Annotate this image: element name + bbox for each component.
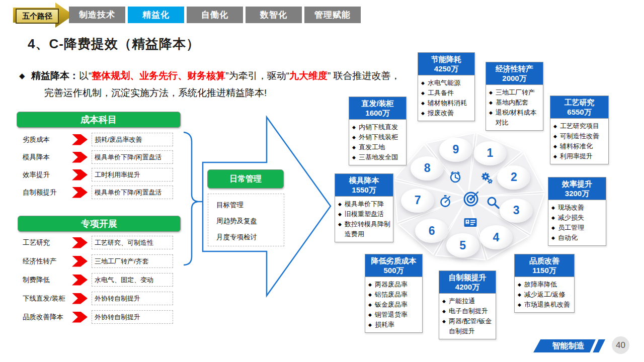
tab-manufacturing-tech[interactable]: 制造技术 <box>69 7 125 23</box>
list-item: ◆铜管退货率 <box>368 310 420 320</box>
list-item-text: 模具单价下降 <box>345 199 391 209</box>
diamond-bullet-icon: ◆ <box>442 316 449 336</box>
list-item-text: 工具备件 <box>428 88 472 98</box>
red-chevron-icon <box>72 275 88 286</box>
dim-box-process-research: 工艺研究6550万 ◆工艺研究项目◆可制造性改善◆辅料标准化◆利用率提升 <box>550 96 609 164</box>
diamond-bullet-icon: ◆ <box>551 213 558 223</box>
tab-management[interactable]: 管理赋能 <box>304 7 361 23</box>
list-item: ◆自动化 <box>551 233 604 243</box>
list-item-text: 两器废品率 <box>375 280 420 290</box>
list-item-text: 数控转模具降制造费用 <box>345 219 391 239</box>
special-section-rows: 工艺研究工艺研究、可制造性经济性转产三地工厂转产/齐套制费降低水电气、固定、变动… <box>23 235 173 324</box>
row-label: 模具降本 <box>23 153 71 162</box>
dim-title: 效率提升 <box>548 179 606 189</box>
red-chevron-icon <box>72 169 88 180</box>
red-chevron-icon <box>72 293 88 304</box>
list-item: ◆工具备件 <box>421 88 472 98</box>
dim-header: 工艺研究6550万 <box>550 96 608 119</box>
bullet-diamond-icon: ◆ <box>19 71 25 80</box>
dim-header: 模具降本1550万 <box>335 174 393 197</box>
list-item: ◆直发工地 <box>352 142 404 152</box>
diamond-bullet-icon: ◆ <box>489 87 496 98</box>
list-item: ◆辅料标准化 <box>553 141 606 151</box>
diamond-bullet-icon: ◆ <box>518 280 524 290</box>
dim-box-direct-shipping: 直发/装柜1600万 ◆内销下线直发◆外销下线装柜◆直发工地◆三基地发全国 <box>349 97 407 165</box>
flower-number-circle: 9 <box>439 138 472 162</box>
list-item: ◆三地工厂转产 <box>489 87 541 98</box>
dim-header: 降低劣质成本500万 <box>365 254 422 277</box>
list-item: ◆减少损失 <box>551 213 604 223</box>
diamond-bullet-icon: ◆ <box>442 296 449 306</box>
row-label: 品质改善降本 <box>23 313 71 322</box>
diamond-bullet-icon: ◆ <box>518 300 524 310</box>
diamond-bullet-icon: ◆ <box>338 209 345 219</box>
list-item: ◆数控转模具降制造费用 <box>338 219 391 239</box>
diamond-bullet-icon: ◆ <box>368 320 375 330</box>
dim-title: 降低劣质成本 <box>365 256 422 265</box>
list-item-text: 减少返工/返修 <box>524 290 572 300</box>
list-item-text: 损耗率 <box>375 320 420 330</box>
page-title: 4、C-降费提效（精益降本） <box>28 35 200 53</box>
dim-amount: 2000万 <box>486 73 543 83</box>
dim-title: 工艺研究 <box>550 98 608 107</box>
diamond-bullet-icon: ◆ <box>489 108 496 128</box>
list-item-text: 两器/配管/钣金自制提升 <box>449 316 494 336</box>
diamond-bullet-icon: ◆ <box>368 290 375 300</box>
list-item: ◆水电气能源 <box>421 78 472 88</box>
dim-box-energy-saving: 节能降耗4250万 ◆水电气能源◆工具备件◆辅材物料消耗◆报废改善 <box>418 52 475 121</box>
five-paths-label[interactable]: 五个路径 <box>16 9 59 24</box>
mapping-row: 品质改善降本外协转自制提升 <box>23 310 173 324</box>
mapping-row: 下线直发/装柜外协转自制提升 <box>23 291 173 306</box>
dim-header: 节能降耗4250万 <box>418 53 474 75</box>
list-item: ◆三基地发全国 <box>352 152 404 162</box>
intro-seg: 以“ <box>79 70 92 81</box>
diamond-bullet-icon: ◆ <box>421 98 428 108</box>
list-item: ◆内销下线直发 <box>352 122 404 132</box>
diamond-bullet-icon: ◆ <box>551 233 558 243</box>
row-value: 工艺研究、可制造性 <box>92 236 173 249</box>
diamond-bullet-icon: ◆ <box>553 141 560 151</box>
dim-box-economic-transfer: 经济性转产2000万 ◆三地工厂转产◆基地内配套◆退税/材料成本对比 <box>486 62 543 131</box>
tab-lean[interactable]: 精益化 <box>128 7 184 23</box>
diamond-bullet-icon: ◆ <box>553 121 560 131</box>
row-label: 工艺研究 <box>23 238 71 247</box>
list-item-text: 市场退换机改善 <box>524 300 572 310</box>
diamond-bullet-icon: ◆ <box>368 280 375 290</box>
dim-title: 自制额提升 <box>439 273 496 282</box>
list-item: ◆员工管理 <box>551 223 604 233</box>
flower-number-circle: 4 <box>479 225 513 249</box>
dim-header: 直发/装柜1600万 <box>349 97 406 120</box>
dim-amount: 4250万 <box>418 64 474 73</box>
list-item: ◆工艺研究项目 <box>553 121 606 131</box>
diamond-bullet-icon: ◆ <box>368 310 375 320</box>
list-item: ◆退税/材料成本对比 <box>489 108 541 128</box>
dim-box-self-made: 自制额提升4200万 ◆产能拉通◆电子自制提升◆两器/配管/钣金自制提升 <box>439 270 496 339</box>
list-item: ◆铝箔废品率 <box>368 290 420 300</box>
row-value: 模具单价下降/闲置盘活 <box>92 186 173 199</box>
list-item-text: 自动化 <box>558 233 604 243</box>
row-value: 损耗/废品率改善 <box>92 133 173 146</box>
intro-red-text: 整体规划、业务先行、财务核算 <box>92 70 225 81</box>
tab-autonomation[interactable]: 自働化 <box>187 7 243 23</box>
list-item: ◆减少返工/返修 <box>518 290 572 300</box>
dim-header: 品质改善1150万 <box>515 254 574 277</box>
dim-title: 节能降耗 <box>418 54 474 64</box>
dim-items: ◆模具单价下降◆旧模重塑盘活◆数控转模具降制造费用 <box>335 197 393 242</box>
diamond-bullet-icon: ◆ <box>553 151 560 161</box>
row-label: 劣质成本 <box>23 135 71 144</box>
red-chevron-icon <box>72 152 88 163</box>
row-label: 效率提升 <box>23 170 71 179</box>
dim-amount: 1150万 <box>515 265 574 275</box>
row-value: 水电气、固定、变动 <box>92 273 173 287</box>
diamond-bullet-icon: ◆ <box>352 132 359 142</box>
footer-ribbon-label: 智能制造 <box>552 341 585 351</box>
list-item: ◆报废改善 <box>421 108 472 118</box>
list-item-text: 故障率降低 <box>524 280 572 290</box>
tab-digital[interactable]: 数智化 <box>246 7 302 23</box>
dim-header: 自制额提升4200万 <box>439 271 496 294</box>
list-item-text: 铜管退货率 <box>375 310 420 320</box>
red-chevron-icon <box>72 237 88 248</box>
list-item-text: 现场改善 <box>558 203 604 213</box>
dim-amount: 4200万 <box>439 282 496 292</box>
diamond-bullet-icon: ◆ <box>442 306 449 316</box>
